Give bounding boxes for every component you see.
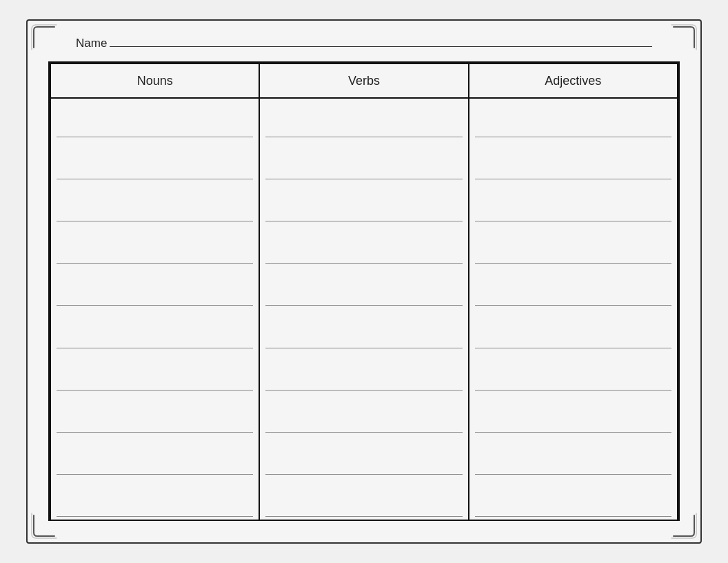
write-line-verbs-row1: [265, 118, 462, 137]
cell-adjectives-row1[interactable]: [469, 98, 678, 140]
cell-nouns-row8[interactable]: [50, 393, 259, 435]
write-line-adjectives-row4: [475, 244, 671, 264]
cell-adjectives-row5[interactable]: [469, 266, 678, 308]
write-line-adjectives-row2: [475, 160, 671, 179]
write-line-verbs-row10: [265, 497, 462, 517]
cell-adjectives-row10[interactable]: [469, 477, 678, 520]
sort-table: Nouns Verbs Adjectives: [50, 63, 678, 520]
write-line-verbs-row3: [265, 202, 462, 221]
table-row: [50, 182, 678, 224]
write-line-verbs-row2: [265, 160, 462, 179]
corner-decoration-bl: [30, 512, 58, 540]
cell-verbs-row4[interactable]: [259, 224, 468, 266]
write-line-nouns-row9: [57, 455, 253, 475]
cell-verbs-row1[interactable]: [259, 98, 468, 140]
worksheet-page: Name Nouns Verbs Adjectives: [26, 19, 702, 544]
name-field-row: Name: [48, 34, 680, 50]
cell-verbs-row7[interactable]: [259, 351, 468, 393]
cell-adjectives-row9[interactable]: [469, 435, 678, 477]
write-line-adjectives-row8: [475, 413, 671, 433]
cell-nouns-row7[interactable]: [50, 351, 259, 393]
table-row: [50, 308, 678, 350]
write-line-verbs-row9: [265, 455, 462, 475]
table-row: [50, 266, 678, 308]
cell-adjectives-row3[interactable]: [469, 182, 678, 224]
table-row: [50, 393, 678, 435]
write-line-verbs-row5: [265, 286, 462, 306]
cell-verbs-row6[interactable]: [259, 308, 468, 350]
cell-verbs-row8[interactable]: [259, 393, 468, 435]
write-line-adjectives-row5: [475, 286, 671, 306]
header-adjectives: Adjectives: [469, 63, 678, 98]
table-row: [50, 98, 678, 140]
header-nouns: Nouns: [50, 63, 259, 98]
table-row: [50, 435, 678, 477]
cell-verbs-row9[interactable]: [259, 435, 468, 477]
write-line-verbs-row6: [265, 329, 462, 348]
corner-decoration-tl: [30, 23, 58, 51]
corner-decoration-tr: [670, 23, 698, 51]
write-line-nouns-row2: [57, 160, 253, 179]
corner-decoration-br: [670, 512, 698, 540]
write-line-nouns-row4: [57, 244, 253, 264]
cell-nouns-row2[interactable]: [50, 140, 259, 182]
write-line-nouns-row8: [57, 413, 253, 433]
write-line-nouns-row10: [57, 497, 253, 517]
cell-nouns-row10[interactable]: [50, 477, 259, 520]
cell-verbs-row2[interactable]: [259, 140, 468, 182]
table-header-row: Nouns Verbs Adjectives: [50, 63, 678, 98]
cell-nouns-row5[interactable]: [50, 266, 259, 308]
header-verbs: Verbs: [259, 63, 468, 98]
name-input-line[interactable]: [110, 34, 652, 47]
cell-nouns-row6[interactable]: [50, 308, 259, 350]
cell-adjectives-row8[interactable]: [469, 393, 678, 435]
write-line-nouns-row5: [57, 286, 253, 306]
cell-nouns-row4[interactable]: [50, 224, 259, 266]
write-line-verbs-row7: [265, 371, 462, 391]
write-line-nouns-row1: [57, 118, 253, 137]
write-line-verbs-row4: [265, 244, 462, 264]
table-row: [50, 224, 678, 266]
write-line-nouns-row6: [57, 329, 253, 348]
cell-nouns-row3[interactable]: [50, 182, 259, 224]
write-line-adjectives-row7: [475, 371, 671, 391]
word-sort-table: Nouns Verbs Adjectives: [48, 61, 680, 521]
cell-verbs-row5[interactable]: [259, 266, 468, 308]
write-line-adjectives-row6: [475, 329, 671, 348]
write-line-adjectives-row10: [475, 497, 671, 517]
cell-verbs-row10[interactable]: [259, 477, 468, 520]
cell-adjectives-row6[interactable]: [469, 308, 678, 350]
write-line-nouns-row3: [57, 202, 253, 221]
write-line-verbs-row8: [265, 413, 462, 433]
cell-verbs-row3[interactable]: [259, 182, 468, 224]
table-row: [50, 351, 678, 393]
cell-adjectives-row4[interactable]: [469, 224, 678, 266]
write-line-adjectives-row3: [475, 202, 671, 221]
write-line-adjectives-row9: [475, 455, 671, 475]
name-label: Name: [76, 37, 107, 50]
cell-nouns-row9[interactable]: [50, 435, 259, 477]
cell-nouns-row1[interactable]: [50, 98, 259, 140]
write-line-adjectives-row1: [475, 118, 671, 137]
write-line-nouns-row7: [57, 371, 253, 391]
table-row: [50, 140, 678, 182]
cell-adjectives-row7[interactable]: [469, 351, 678, 393]
table-row: [50, 477, 678, 520]
cell-adjectives-row2[interactable]: [469, 140, 678, 182]
